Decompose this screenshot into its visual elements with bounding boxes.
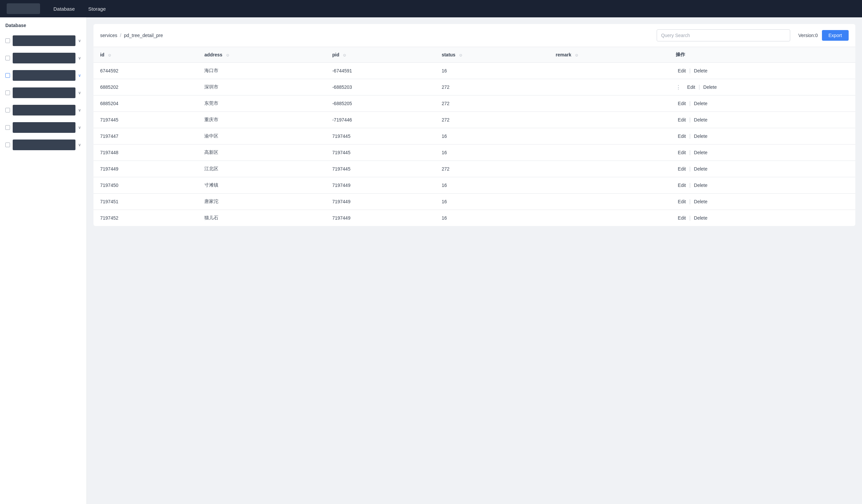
chevron-down-icon-4: ∨ [78,91,81,95]
edit-button[interactable]: Edit [676,198,688,205]
cell-pid: -6885205 [326,95,435,112]
chevron-down-icon-2: ∨ [78,56,81,61]
cell-id: 7197450 [93,177,198,194]
cell-status: 16 [435,177,549,194]
toolbar: services / pd_tree_detail_pre Version:0 … [93,24,855,47]
edit-button[interactable]: Edit [676,165,688,172]
col-header-remark: remark ☺ [549,47,669,63]
sort-icon-pid: ☺ [342,53,347,57]
cell-pid: 7197449 [326,177,435,194]
cell-status: 16 [435,63,549,79]
cell-address: 江北区 [198,161,326,177]
edit-button[interactable]: Edit [676,100,688,107]
sidebar-item-3[interactable]: ∨ [0,67,87,84]
cell-pid: -7197446 [326,112,435,128]
edit-button[interactable]: Edit [676,149,688,156]
edit-button[interactable]: Edit [676,133,688,140]
delete-button[interactable]: Delete [692,67,709,74]
action-divider: | [689,215,690,221]
sidebar-bar-4 [13,88,76,98]
nav-storage[interactable]: Storage [88,6,106,12]
delete-button[interactable]: Delete [692,100,709,107]
sidebar-item-5[interactable]: ∨ [0,102,87,119]
cell-id: 7197448 [93,145,198,161]
action-divider: | [689,199,690,204]
cell-actions: Edit|Delete [669,63,855,79]
delete-button[interactable]: Delete [692,198,709,205]
action-divider: | [689,68,690,74]
table-row: 7197450寸滩镇719744916Edit|Delete [93,177,855,194]
breadcrumb-separator: / [120,33,121,38]
col-header-status: status ☺ [435,47,549,63]
cell-remark [549,79,669,95]
chevron-down-icon-7: ∨ [78,143,81,147]
sidebar-bar-3 [13,70,76,81]
col-header-actions: 操作 [669,47,855,63]
col-header-pid: pid ☺ [326,47,435,63]
cell-address: 渝中区 [198,128,326,145]
table-container: services / pd_tree_detail_pre Version:0 … [93,24,855,226]
edit-button[interactable]: Edit [676,215,688,221]
cell-id: 7197451 [93,194,198,210]
table-header-row: id ☺ address ☺ pid ☺ status [93,47,855,63]
nav-database[interactable]: Database [53,6,75,12]
chevron-down-icon-5: ∨ [78,108,81,112]
sidebar-item-6[interactable]: ∨ [0,119,87,136]
sidebar-checkbox-2[interactable] [5,56,10,61]
breadcrumb-table: pd_tree_detail_pre [124,33,163,38]
edit-button[interactable]: Edit [676,117,688,123]
delete-button[interactable]: Delete [692,182,709,189]
sidebar-checkbox-5[interactable] [5,108,10,112]
delete-button[interactable]: Delete [692,215,709,221]
delete-button[interactable]: Delete [692,133,709,140]
sort-icon-address: ☺ [226,53,230,57]
sidebar-item-1[interactable]: ∨ [0,32,87,49]
chevron-down-icon-1: ∨ [78,38,81,43]
delete-button[interactable]: Delete [692,117,709,123]
cell-actions: Edit|Delete [669,177,855,194]
sidebar-checkbox-3[interactable] [5,73,10,78]
sidebar-checkbox-1[interactable] [5,38,10,43]
sidebar-checkbox-6[interactable] [5,125,10,130]
cell-address: 寸滩镇 [198,177,326,194]
export-button[interactable]: Export [822,30,849,41]
cell-id: 7197449 [93,161,198,177]
sidebar-item-2[interactable]: ∨ [0,49,87,67]
cell-actions: ⋮Edit|Delete [669,79,855,95]
action-divider: | [689,182,690,188]
table-row: 7197448高新区719744516Edit|Delete [93,145,855,161]
table-row: 7197452猫儿石719744916Edit|Delete [93,210,855,226]
table-row: 7197445重庆市-7197446272Edit|Delete [93,112,855,128]
cell-pid: -6744591 [326,63,435,79]
cell-actions: Edit|Delete [669,95,855,112]
cell-id: 6885202 [93,79,198,95]
cell-address: 深圳市 [198,79,326,95]
sidebar-item-4[interactable]: ∨ [0,84,87,102]
edit-button[interactable]: Edit [685,84,697,91]
search-input[interactable] [657,29,790,41]
sidebar-item-7[interactable]: ∨ [0,136,87,154]
table-row: 6885204东莞市-6885205272Edit|Delete [93,95,855,112]
sort-icon-remark: ☺ [575,53,578,57]
drag-handle-icon[interactable]: ⋮ [676,84,681,91]
cell-status: 16 [435,194,549,210]
action-divider: | [698,84,700,90]
table-row: 6744592海口市-674459116Edit|Delete [93,63,855,79]
cell-actions: Edit|Delete [669,128,855,145]
cell-id: 7197447 [93,128,198,145]
edit-button[interactable]: Edit [676,67,688,74]
delete-button[interactable]: Delete [702,84,719,91]
cell-remark [549,161,669,177]
cell-actions: Edit|Delete [669,145,855,161]
cell-remark [549,210,669,226]
cell-status: 16 [435,128,549,145]
delete-button[interactable]: Delete [692,149,709,156]
cell-status: 272 [435,79,549,95]
edit-button[interactable]: Edit [676,182,688,189]
sidebar-checkbox-7[interactable] [5,143,10,147]
cell-remark [549,63,669,79]
sidebar-checkbox-4[interactable] [5,91,10,95]
action-divider: | [689,166,690,172]
delete-button[interactable]: Delete [692,165,709,172]
cell-actions: Edit|Delete [669,210,855,226]
